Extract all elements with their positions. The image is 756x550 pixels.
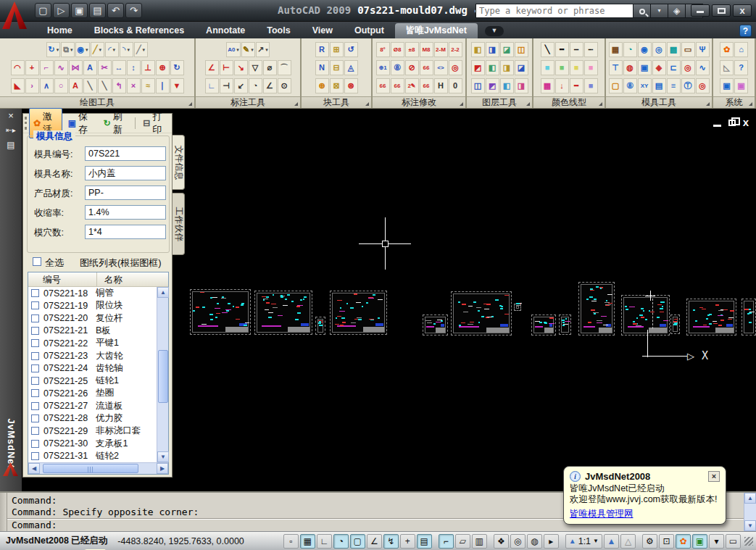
tool-icon[interactable]: ↰	[112, 78, 126, 93]
communication-center-button[interactable]: ◈	[668, 4, 686, 18]
scroll-up-icon[interactable]: ▲	[157, 287, 169, 298]
side-tab-work-partner[interactable]: 工作伙伴	[173, 193, 185, 255]
field-input-3[interactable]	[85, 205, 166, 220]
select-all-checkbox[interactable]	[33, 257, 41, 266]
h-scrollbar-thumb[interactable]	[43, 464, 138, 473]
tool-icon[interactable]: ⊤	[609, 60, 623, 75]
otrack-toggle[interactable]: ∠	[367, 534, 382, 549]
drawing-sheet-11[interactable]	[670, 314, 680, 334]
save-file-button[interactable]: ▣	[71, 3, 88, 18]
tool-icon[interactable]: ∣	[156, 78, 170, 93]
scroll-right-icon[interactable]: ▶	[157, 463, 168, 474]
tool-icon[interactable]: 66	[376, 78, 390, 93]
tool-icon[interactable]: ◝▾	[120, 42, 133, 57]
tool-icon[interactable]: ◠	[11, 60, 25, 75]
drawing-sheet-2[interactable]	[330, 291, 387, 335]
tool-icon[interactable]: ◔	[249, 78, 262, 93]
ribbon-minimize-arrow-icon[interactable]: ▼	[485, 26, 504, 36]
tool-icon[interactable]: 2-2	[449, 42, 462, 57]
row-checkbox[interactable]	[31, 289, 39, 297]
tool-icon[interactable]: ↕	[127, 60, 141, 75]
tool-icon[interactable]: ▦	[541, 78, 554, 93]
tool-icon[interactable]: ◜▾	[105, 42, 119, 57]
maximize-button[interactable]	[712, 4, 731, 17]
tool-icon[interactable]: ⌒	[278, 60, 291, 75]
tool-icon[interactable]: N	[315, 60, 329, 75]
tool-icon[interactable]: ↙	[234, 78, 248, 93]
panel-title[interactable]: 块工具	[302, 96, 371, 108]
scroll-left-icon[interactable]: ◀	[28, 463, 40, 474]
resize-grip[interactable]	[744, 537, 753, 546]
sheet-list-row-4[interactable]: 07S221-22平键1	[28, 337, 157, 349]
tool-icon[interactable]: <>	[434, 60, 448, 75]
palette-button-2[interactable]: ↻刷新	[99, 108, 133, 138]
tool-icon[interactable]: ✂	[98, 60, 112, 75]
drawing-sheet-3[interactable]	[315, 317, 325, 335]
pan-button[interactable]: ❖	[494, 534, 509, 549]
tool-icon[interactable]: ↗▾	[256, 42, 270, 57]
tool-icon[interactable]: ◧	[486, 60, 499, 75]
tool-icon[interactable]: ⧉▾	[61, 42, 75, 57]
tool-icon[interactable]: ⌂	[734, 42, 748, 57]
field-input-4[interactable]	[85, 225, 166, 239]
menu-tab-1[interactable]: Blocks & References	[83, 23, 195, 38]
minimize-button[interactable]	[691, 4, 710, 17]
tool-icon[interactable]: ◔	[623, 42, 637, 57]
tool-icon[interactable]: ↻	[170, 60, 184, 75]
tool-icon[interactable]: ◎	[652, 42, 666, 57]
tool-icon[interactable]: ↔	[112, 60, 126, 75]
tool-icon[interactable]: ╍	[555, 42, 569, 57]
drawing-close-icon[interactable]: x	[743, 117, 749, 128]
tool-icon[interactable]: ∟	[205, 78, 219, 93]
tool-icon[interactable]: ◎	[681, 60, 695, 75]
field-input-2[interactable]	[85, 186, 166, 200]
balloon-close-button[interactable]: ×	[708, 471, 720, 482]
drawing-sheet-7[interactable]	[531, 314, 556, 336]
tool-icon[interactable]: ▣	[638, 60, 652, 75]
tool-icon[interactable]: ╍	[570, 78, 583, 93]
tool-icon[interactable]: ↘	[234, 60, 248, 75]
drawing-restore-icon[interactable]	[728, 120, 736, 126]
panel-title[interactable]: 图层工具	[467, 96, 532, 108]
tool-icon[interactable]: ◬	[344, 60, 358, 75]
tool-icon[interactable]: ▩	[667, 42, 681, 57]
tool-icon[interactable]: ↻▾	[46, 42, 60, 57]
tool-icon[interactable]: ◉▾	[75, 42, 89, 57]
list-vertical-scrollbar[interactable]: ▲ ▼	[157, 287, 168, 462]
tool-icon[interactable]: A0▾	[226, 42, 241, 57]
palette-properties-icon[interactable]: ▤	[0, 138, 22, 152]
tool-icon[interactable]: ✿	[720, 42, 734, 57]
steering-wheel-button[interactable]: ◍	[527, 534, 542, 549]
sheet-list-row-1[interactable]: 07S221-19限位块	[28, 299, 157, 312]
tool-icon[interactable]: ⊕1	[376, 60, 390, 75]
drawing-sheet-1[interactable]	[254, 291, 312, 335]
sheet-list-row-12[interactable]: 07S221-30支承板1	[28, 437, 157, 449]
field-input-0[interactable]	[85, 146, 166, 161]
tool-icon[interactable]: ○	[54, 78, 68, 93]
tool-icon[interactable]: ∠	[263, 78, 277, 93]
tool-icon[interactable]: ⊟	[330, 60, 344, 75]
sheet-list-row-6[interactable]: 07S221-24齿轮轴	[28, 362, 157, 375]
menu-tab-3[interactable]: Tools	[256, 23, 301, 38]
annotation-visibility-button[interactable]: ▲	[604, 534, 619, 549]
tool-icon[interactable]: ⋈	[69, 60, 83, 75]
scroll-down-icon[interactable]: ▼	[157, 451, 169, 462]
tool-icon[interactable]: ≡	[667, 78, 681, 93]
tool-icon[interactable]: ▣	[734, 78, 748, 93]
annotation-autoscale-button[interactable]: △	[620, 534, 636, 549]
tool-icon[interactable]: ◈	[652, 60, 666, 75]
tool-icon[interactable]: ╲	[98, 78, 112, 93]
redo-button[interactable]: ↷	[125, 3, 142, 18]
tool-icon[interactable]: ∠	[205, 60, 219, 75]
sheet-list-row-2[interactable]: 07S221-20复位杆	[28, 312, 157, 325]
tool-icon[interactable]: ┄	[570, 42, 583, 57]
panel-title[interactable]: 标注修改	[373, 96, 465, 108]
row-checkbox[interactable]	[31, 440, 39, 448]
tool-icon[interactable]: ◨	[515, 78, 528, 93]
toolbar-grip[interactable]	[25, 117, 27, 130]
row-checkbox[interactable]	[31, 414, 39, 422]
menu-tab-5[interactable]: Output	[344, 23, 395, 38]
field-input-1[interactable]	[85, 166, 166, 180]
tool-icon[interactable]: ↺	[344, 42, 358, 57]
tool-icon[interactable]: ∧	[40, 78, 54, 93]
